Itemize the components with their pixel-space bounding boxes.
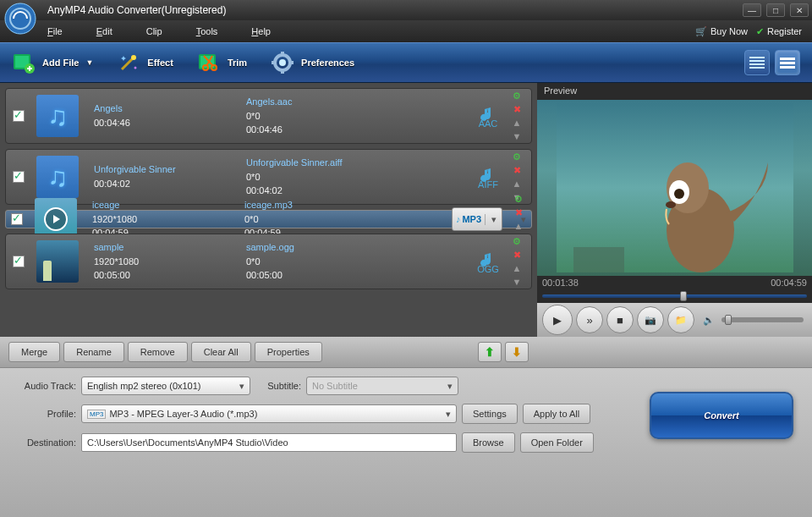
output-duration: 00:05:00	[246, 269, 398, 282]
video-thumb[interactable]	[36, 240, 79, 283]
audio-track-label: Audio Track:	[10, 381, 76, 391]
close-button[interactable]: ✕	[790, 3, 809, 17]
row-checkbox[interactable]	[11, 213, 23, 225]
detail-view-button[interactable]	[775, 50, 800, 75]
output-dim: 0*0	[246, 171, 398, 184]
row-settings-icon[interactable]: ⚙	[511, 90, 523, 102]
row-checkbox[interactable]	[13, 110, 25, 122]
row-settings-icon[interactable]: ⚙	[513, 193, 524, 205]
row-up-icon[interactable]: ▲	[513, 220, 524, 232]
destination-input[interactable]: C:\Users\User\Documents\AnyMP4 Studio\Vi…	[81, 433, 457, 452]
row-down-icon[interactable]: ▼	[511, 276, 523, 288]
open-folder-button[interactable]: Open Folder	[520, 432, 594, 453]
volume-slider[interactable]	[721, 317, 804, 322]
svg-text:OGG: OGG	[477, 264, 499, 273]
menu-file[interactable]: File	[47, 26, 63, 36]
browse-button[interactable]: Browse	[462, 432, 515, 453]
svg-rect-17	[749, 60, 765, 62]
file-meta: Angels 00:04:46	[94, 102, 246, 130]
effect-button[interactable]: Effect	[117, 51, 173, 74]
merge-button[interactable]: Merge	[8, 342, 60, 362]
row-remove-icon[interactable]: ✖	[511, 249, 523, 261]
profile-settings-button[interactable]: Settings	[462, 404, 518, 424]
snapshot-folder-button[interactable]: 📁	[667, 306, 694, 333]
preview-controls: ▶ » ■ 📷 📁 🔈	[537, 303, 812, 337]
menu-tools[interactable]: Tools	[196, 26, 218, 36]
trim-button[interactable]: Trim	[197, 51, 247, 74]
row-checkbox[interactable]	[13, 256, 25, 267]
time-total: 00:04:59	[771, 278, 807, 288]
volume-handle[interactable]	[725, 315, 732, 325]
row-up-icon[interactable]: ▲	[511, 117, 523, 129]
minimize-button[interactable]: —	[743, 3, 761, 17]
music-note-icon: ♫	[47, 162, 68, 193]
svg-rect-22	[780, 66, 795, 69]
row-up-icon[interactable]: ▲	[511, 178, 523, 190]
file-duration: 00:04:46	[94, 117, 246, 129]
subtitle-select[interactable]: No Subtitle	[306, 377, 458, 395]
snapshot-button[interactable]: 📷	[637, 306, 664, 333]
svg-rect-18	[749, 63, 765, 65]
preview-seek-slider[interactable]	[542, 291, 807, 301]
file-meta: Unforgivable Sinner 00:04:02	[94, 163, 246, 191]
format-icon: AAC	[475, 104, 501, 128]
row-checkbox[interactable]	[13, 171, 25, 183]
svg-rect-21	[780, 62, 795, 64]
file-list: ♫ Angels 00:04:46 Angels.aac 0*0 00:04:4…	[0, 83, 537, 337]
profile-select[interactable]: MP3 MP3 - MPEG Layer-3 Audio (*.mp3)	[81, 404, 457, 423]
subtitle-label: Subtitle:	[250, 381, 301, 391]
effect-icon	[117, 51, 140, 74]
buy-now-link[interactable]: 🛒 Buy Now	[695, 26, 748, 37]
stop-button[interactable]: ■	[606, 306, 634, 333]
file-row[interactable]: sample 1920*1080 00:05:00 sample.ogg 0*0…	[5, 234, 532, 289]
convert-button[interactable]: Convert	[650, 392, 793, 439]
profile-dropdown[interactable]: ♪MP3 ▾	[452, 207, 502, 231]
row-settings-icon[interactable]: ⚙	[511, 235, 523, 247]
row-remove-icon[interactable]: ✖	[511, 164, 523, 176]
audio-track-select[interactable]: English mp2 stereo (0x101)	[81, 377, 250, 395]
output-duration: 00:04:02	[246, 184, 398, 197]
volume-icon: 🔈	[703, 315, 715, 326]
output-meta: sample.ogg 0*0 00:05:00	[246, 241, 398, 282]
preferences-button[interactable]: Preferences	[271, 51, 354, 74]
register-link[interactable]: ✔ Register	[756, 26, 802, 37]
move-down-button[interactable]: ⬇	[505, 342, 529, 362]
apply-to-all-button[interactable]: Apply to All	[523, 404, 590, 424]
row-remove-icon[interactable]: ✖	[513, 206, 524, 218]
fast-forward-button[interactable]: »	[576, 306, 603, 333]
row-remove-icon[interactable]: ✖	[511, 103, 523, 115]
move-up-button[interactable]: ⬆	[478, 342, 502, 362]
row-settings-icon[interactable]: ⚙	[511, 151, 523, 162]
list-view-icon	[749, 57, 765, 69]
add-file-button[interactable]: Add File ▼	[12, 51, 93, 74]
rename-button[interactable]: Rename	[63, 342, 124, 362]
format-icon: OGG	[475, 250, 501, 273]
properties-button[interactable]: Properties	[255, 342, 322, 362]
camera-icon: 📷	[645, 315, 656, 326]
menu-help[interactable]: Help	[251, 26, 271, 36]
main-toolbar: Add File ▼ Effect Trim Preferences	[0, 42, 812, 83]
svg-point-30	[674, 189, 684, 199]
dropdown-caret-icon: ▼	[85, 58, 93, 67]
row-down-icon[interactable]: ▼	[511, 130, 523, 142]
row-up-icon[interactable]: ▲	[511, 262, 523, 274]
file-duration: 00:04:02	[94, 178, 246, 190]
seek-handle[interactable]	[680, 291, 687, 301]
profile-mp3-icon: ♪MP3	[453, 214, 485, 224]
menu-edit[interactable]: Edit	[96, 26, 112, 36]
remove-button[interactable]: Remove	[128, 342, 188, 362]
list-view-button[interactable]	[744, 50, 770, 75]
menu-clip[interactable]: Clip	[146, 26, 162, 36]
svg-rect-13	[281, 69, 284, 74]
file-row[interactable]: ♫ Angels 00:04:46 Angels.aac 0*0 00:04:4…	[5, 88, 532, 144]
output-dim: 0*0	[246, 110, 398, 123]
file-row[interactable]: ♫ Unforgivable Sinner 00:04:02 Unforgiva…	[5, 149, 532, 205]
output-meta: Unforgivable Sinner.aiff 0*0 00:04:02	[246, 157, 398, 197]
maximize-button[interactable]: □	[766, 3, 785, 17]
play-button[interactable]: ▶	[542, 305, 573, 335]
output-meta: Angels.aac 0*0 00:04:46	[246, 96, 398, 136]
clear-all-button[interactable]: Clear All	[191, 342, 251, 362]
svg-rect-16	[749, 57, 765, 58]
file-row[interactable]: iceage 1920*1080 00:04:59 iceage.mp3 0*0…	[5, 210, 532, 228]
file-duration: 00:05:00	[94, 269, 246, 282]
